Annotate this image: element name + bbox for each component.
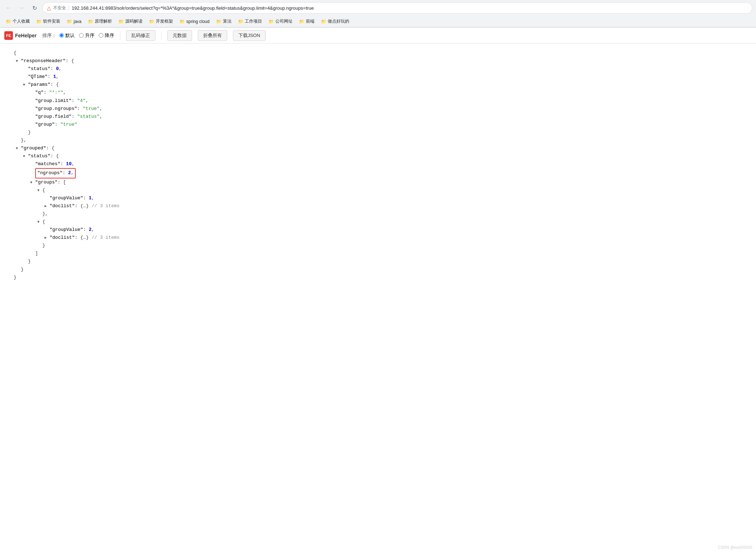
sort-default-radio[interactable] — [59, 33, 64, 38]
bookmark-bm5[interactable]: 📁源码解读 — [116, 17, 145, 25]
json-line-l18: ▼{ — [7, 186, 749, 194]
sort-desc-radio[interactable] — [99, 33, 103, 38]
sort-asc-radio[interactable] — [79, 33, 84, 38]
forward-button[interactable]: → — [17, 3, 27, 13]
folder-icon: 📁 — [6, 19, 11, 24]
sort-asc[interactable]: 升序 — [79, 32, 94, 39]
json-comment: // 3 items — [92, 235, 120, 240]
bookmark-bm2[interactable]: 📁软件安装 — [33, 17, 63, 25]
toggle-l17[interactable]: ▼ — [29, 180, 34, 185]
json-string: "true" — [60, 122, 77, 127]
bookmark-bm9[interactable]: 📁工作项目 — [235, 17, 265, 25]
bookmark-label: 工作项目 — [245, 18, 262, 24]
toggle-l18[interactable]: ▼ — [36, 188, 41, 193]
fix-encoding-button[interactable]: 乱码修正 — [126, 30, 155, 41]
address-url: 192.168.244.41:8983/solr/orders/select?q… — [72, 5, 748, 11]
json-line-l11: } — [7, 129, 749, 136]
json-string: "status" — [77, 114, 99, 119]
json-text-l25: } — [42, 242, 45, 250]
json-line-l3: "status": 0, — [7, 65, 749, 73]
bookmark-bm6[interactable]: 📁开发框架 — [146, 17, 176, 25]
back-button[interactable]: ← — [4, 3, 14, 13]
json-text-l29: } — [14, 274, 17, 282]
json-key: "groupValue" — [50, 195, 83, 201]
json-key: "responseHeader" — [21, 58, 66, 64]
json-comment: // 3 items — [92, 203, 120, 209]
folder-icon: 📁 — [149, 19, 154, 24]
folder-icon: 📁 — [238, 19, 243, 24]
sort-label: 排序： — [42, 32, 56, 39]
fold-all-button[interactable]: 折叠所有 — [198, 30, 227, 41]
folder-icon: 📁 — [269, 19, 274, 24]
json-text-l11: } — [28, 129, 31, 136]
json-text-l3: "status": 0, — [28, 65, 62, 73]
toggle-l24[interactable]: ► — [43, 236, 48, 241]
bookmark-bm10[interactable]: 📁公司网址 — [266, 17, 295, 25]
sort-asc-label: 升序 — [85, 32, 94, 39]
json-text-l19: "groupValue": 1, — [50, 194, 94, 202]
sort-desc[interactable]: 降序 — [99, 32, 114, 39]
toolbar-divider — [120, 31, 120, 40]
toggle-l5[interactable]: ▼ — [22, 83, 27, 88]
toggle-l2[interactable]: ▼ — [14, 59, 19, 64]
json-line-l16: "ngroups": 2, — [7, 168, 749, 178]
json-line-l4: "QTime": 1, — [7, 73, 749, 81]
json-line-l1: { — [7, 49, 749, 57]
json-key: "QTime" — [28, 74, 48, 79]
bookmark-label: 做点好玩的 — [328, 18, 349, 24]
address-separator: | — [68, 5, 70, 11]
folder-icon: 📁 — [118, 19, 124, 24]
security-text: 不安全 — [53, 5, 66, 11]
json-number: 2 — [68, 170, 71, 176]
bookmark-bm11[interactable]: 📁前端 — [296, 17, 317, 25]
json-line-l22: ▼{ — [7, 218, 749, 226]
toggle-l14[interactable]: ▼ — [22, 154, 27, 159]
refresh-button[interactable]: ↻ — [29, 3, 39, 13]
json-number: 2 — [89, 227, 92, 232]
json-number: 1 — [53, 74, 56, 79]
folder-icon: 📁 — [36, 19, 42, 24]
json-key: "doclist" — [50, 235, 75, 240]
json-text-l21: }, — [42, 210, 48, 218]
json-key: "group.ngroups" — [35, 106, 77, 111]
folder-icon: 📁 — [88, 19, 93, 24]
folder-icon: 📁 — [321, 19, 326, 24]
bookmark-bm1[interactable]: 📁个人收藏 — [3, 17, 33, 25]
download-json-button[interactable]: 下载JSON — [233, 30, 266, 41]
nav-bar: ← → ↻ △ 不安全 | 192.168.244.41:8983/solr/o… — [0, 0, 756, 16]
json-text-l6: "q": "*:*", — [35, 89, 66, 97]
json-text-l26: ] — [35, 250, 38, 257]
toggle-l13[interactable]: ▼ — [14, 146, 19, 151]
json-key: "group.field" — [35, 114, 71, 119]
sort-default[interactable]: 默认 — [59, 32, 75, 39]
raw-data-button[interactable]: 元数据 — [167, 30, 192, 41]
json-text-l12: }, — [21, 136, 27, 144]
json-line-l17: ▼"groups": [ — [7, 178, 749, 186]
bookmark-label: java — [74, 19, 81, 24]
json-text-l4: "QTime": 1, — [28, 73, 59, 81]
sort-desc-label: 降序 — [105, 32, 114, 39]
bookmark-bm12[interactable]: 📁做点好玩的 — [318, 17, 352, 25]
bookmark-bm7[interactable]: 📁spring cloud — [177, 18, 213, 25]
fehelper-logo: FE FeHelper — [4, 31, 37, 40]
bookmark-label: 软件安装 — [43, 18, 60, 24]
bookmark-label: spring cloud — [186, 19, 210, 24]
json-key: "status" — [28, 153, 50, 159]
toggle-l20[interactable]: ► — [43, 204, 48, 209]
bookmark-label: 算法 — [223, 18, 232, 24]
json-string: "true" — [83, 106, 100, 111]
bookmark-bm8[interactable]: 📁算法 — [213, 17, 234, 25]
toggle-l22[interactable]: ▼ — [36, 219, 41, 224]
json-line-l12: }, — [7, 136, 749, 144]
json-text-l28: } — [21, 266, 24, 274]
toolbar-divider2 — [161, 31, 162, 40]
bookmark-bm3[interactable]: 📁java — [64, 18, 84, 25]
json-text-l5: "params": { — [28, 81, 59, 89]
json-number: 1 — [89, 195, 92, 201]
json-string: "*:*" — [49, 90, 63, 95]
json-key: "groupValue" — [50, 227, 83, 232]
bookmark-bm4[interactable]: 📁原理解析 — [85, 17, 115, 25]
json-key: "q" — [35, 90, 43, 95]
json-text-l7: "group.limit": "4", — [35, 97, 88, 105]
address-bar[interactable]: △ 不安全 | 192.168.244.41:8983/solr/orders/… — [42, 2, 752, 14]
